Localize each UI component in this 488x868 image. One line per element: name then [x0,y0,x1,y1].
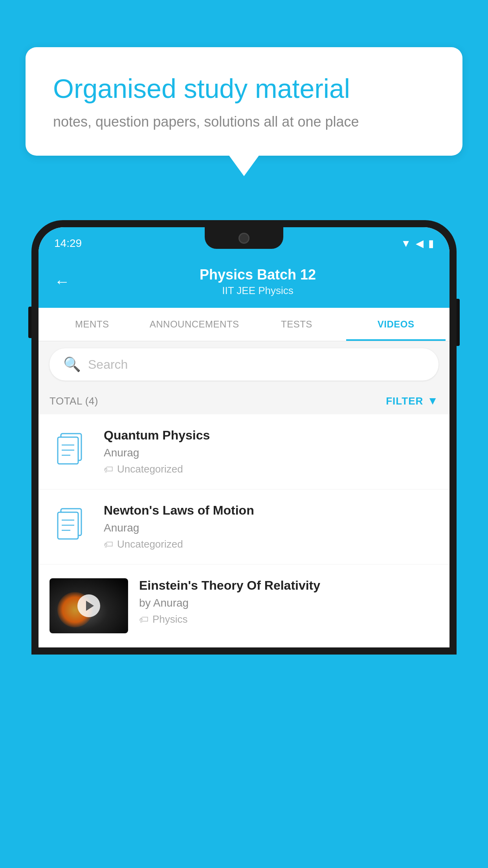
filter-button[interactable]: FILTER ▼ [386,395,438,407]
tag-icon: 🏷 [139,614,149,625]
total-count: TOTAL (4) [50,395,98,407]
app-header: ← Physics Batch 12 IIT JEE Physics [39,256,449,308]
video-title: Quantum Physics [104,428,438,443]
video-author: Anurag [104,522,438,534]
document-icon [55,431,87,469]
video-info: Einstein's Theory Of Relativity by Anura… [139,578,438,625]
play-button[interactable] [77,594,100,617]
speech-bubble: Organised study material notes, question… [26,47,462,156]
video-list: Quantum Physics Anurag 🏷 Uncategorized [39,414,449,647]
video-tag: 🏷 Uncategorized [104,463,438,475]
tag-icon: 🏷 [104,539,113,550]
battery-icon: ▮ [428,237,434,250]
tab-bar: MENTS ANNOUNCEMENTS TESTS VIDEOS [39,308,449,341]
tag-icon: 🏷 [104,464,113,475]
video-title: Newton's Laws of Motion [104,503,438,518]
power-button [457,299,460,346]
list-item[interactable]: Einstein's Theory Of Relativity by Anura… [39,565,449,647]
tab-ments[interactable]: MENTS [42,308,142,341]
wifi-icon: ▼ [401,237,411,250]
tab-announcements[interactable]: ANNOUNCEMENTS [142,308,247,341]
bubble-title: Organised study material [53,73,435,105]
filter-bar: TOTAL (4) FILTER ▼ [39,388,449,414]
search-bar-container: 🔍 Search [39,341,449,388]
front-camera [238,233,250,244]
phone-notch [205,227,283,249]
volume-button [28,307,31,338]
search-bar[interactable]: 🔍 Search [50,348,438,381]
signal-icon: ◀ [416,237,424,250]
search-icon: 🔍 [63,356,81,373]
phone-outer: 14:29 ▼ ◀ ▮ ← Physics Batch 12 IIT JEE P… [31,220,457,655]
back-button[interactable]: ← [54,273,70,291]
list-item[interactable]: Quantum Physics Anurag 🏷 Uncategorized [39,414,449,489]
tab-videos[interactable]: VIDEOS [346,308,446,341]
tab-tests[interactable]: TESTS [247,308,347,341]
play-triangle [86,601,94,611]
header-title-group: Physics Batch 12 IIT JEE Physics [82,267,434,297]
document-icon [55,506,87,544]
phone-mockup: 14:29 ▼ ◀ ▮ ← Physics Batch 12 IIT JEE P… [31,220,457,868]
bubble-subtitle: notes, question papers, solutions all at… [53,114,435,130]
filter-icon: ▼ [427,395,438,407]
header-title: Physics Batch 12 [82,267,434,283]
status-icons: ▼ ◀ ▮ [401,237,434,250]
search-input[interactable]: Search [88,357,128,372]
video-info: Quantum Physics Anurag 🏷 Uncategorized [104,428,438,475]
list-item[interactable]: Newton's Laws of Motion Anurag 🏷 Uncateg… [39,489,449,565]
video-title: Einstein's Theory Of Relativity [139,578,438,593]
hero-section: Organised study material notes, question… [26,47,462,156]
video-author: by Anurag [139,597,438,609]
video-author: Anurag [104,447,438,459]
status-time: 14:29 [54,237,82,250]
video-thumbnail [50,428,93,471]
video-tag: 🏷 Uncategorized [104,538,438,550]
video-tag: 🏷 Physics [139,613,438,625]
header-subtitle: IIT JEE Physics [82,285,434,297]
video-thumbnail [50,503,93,546]
filter-label: FILTER [386,395,423,407]
video-info: Newton's Laws of Motion Anurag 🏷 Uncateg… [104,503,438,550]
phone-screen: 14:29 ▼ ◀ ▮ ← Physics Batch 12 IIT JEE P… [39,227,449,647]
video-image-thumbnail [50,578,128,633]
